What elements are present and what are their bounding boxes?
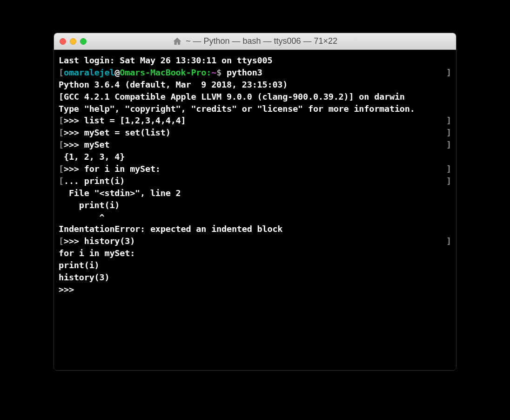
repl-line-3: [>>> mySet] bbox=[59, 139, 451, 151]
bracket-close: ] bbox=[446, 67, 451, 79]
last-login-line: Last login: Sat May 26 13:30:11 on ttys0… bbox=[59, 54, 451, 67]
history-output-2: print(i) bbox=[59, 259, 451, 271]
prompt-host: Omars-MacBook-Pro: bbox=[120, 68, 211, 77]
history-output-1: for i in mySet: bbox=[59, 247, 451, 259]
gcc-line: [GCC 4.2.1 Compatible Apple LLVM 9.0.0 (… bbox=[59, 91, 451, 103]
error-file-line: File "<stdin>", line 2 bbox=[59, 187, 451, 199]
titlebar[interactable]: ~ — Python — bash — ttys006 — 71×22 bbox=[54, 33, 456, 50]
error-code-line: print(i) bbox=[59, 199, 451, 211]
traffic-lights bbox=[60, 38, 87, 45]
home-icon bbox=[173, 37, 182, 46]
python-version-line: Python 3.6.4 (default, Mar 9 2018, 23:15… bbox=[59, 79, 451, 91]
prompt-user: omaralejel bbox=[64, 68, 114, 77]
help-line: Type "help", "copyright", "credits" or "… bbox=[59, 103, 451, 115]
repl-line-11: [>>> history(3)] bbox=[59, 235, 451, 247]
prompt-tilde: ~ bbox=[211, 68, 216, 77]
close-icon[interactable] bbox=[60, 38, 66, 45]
terminal-body[interactable]: Last login: Sat May 26 13:30:11 on ttys0… bbox=[54, 50, 456, 370]
window-title-text: ~ — Python — bash — ttys006 — 71×22 bbox=[186, 36, 337, 46]
maximize-icon[interactable] bbox=[80, 38, 87, 45]
bracket-open: [ bbox=[59, 68, 64, 77]
repl-output-set: {1, 2, 3, 4} bbox=[59, 151, 451, 163]
terminal-window: ~ — Python — bash — ttys006 — 71×22 Last… bbox=[54, 33, 456, 371]
repl-line-2: [>>> mySet = set(list)] bbox=[59, 127, 451, 139]
repl-line-5: [>>> for i in mySet:] bbox=[59, 163, 451, 175]
error-message-line: IndentationError: expected an indented b… bbox=[59, 223, 451, 235]
prompt-dollar: $ bbox=[216, 68, 221, 77]
repl-line-6: [... print(i)] bbox=[59, 175, 451, 187]
shell-command: python3 bbox=[227, 68, 262, 77]
minimize-icon[interactable] bbox=[70, 38, 76, 45]
prompt-at: @ bbox=[114, 68, 120, 77]
repl-line-1: [>>> list = [1,2,3,4,4,4]] bbox=[59, 115, 451, 127]
error-caret-line: ^ bbox=[59, 211, 451, 224]
shell-prompt-line: [omaralejel@Omars-MacBook-Pro:~$ python3… bbox=[59, 67, 451, 79]
repl-prompt-empty: >>> bbox=[59, 284, 451, 296]
history-output-3: history(3) bbox=[59, 271, 451, 284]
window-title: ~ — Python — bash — ttys006 — 71×22 bbox=[173, 36, 337, 46]
